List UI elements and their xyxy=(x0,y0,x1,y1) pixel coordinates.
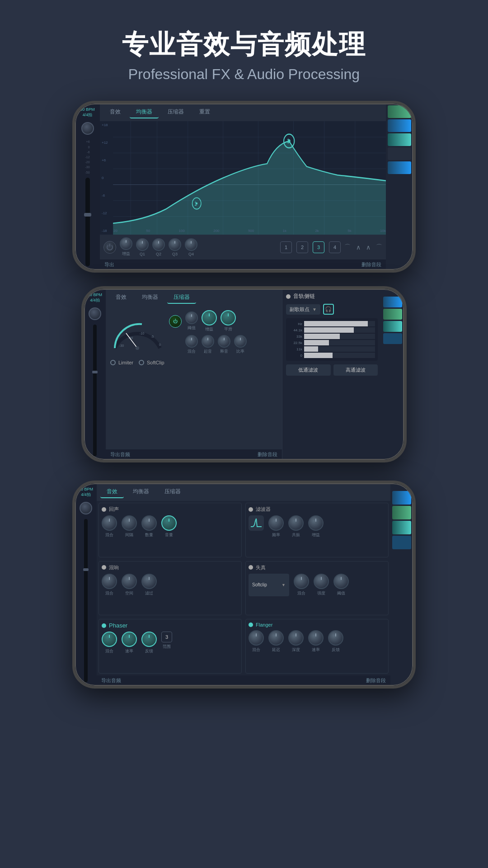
mix-knob[interactable] xyxy=(185,335,198,348)
band-btn-2[interactable]: 2 xyxy=(296,241,308,253)
power-knob-1[interactable] xyxy=(81,122,94,135)
smooth-knob[interactable] xyxy=(221,310,236,326)
attack-knob[interactable] xyxy=(202,335,214,348)
tab-compressor-2[interactable]: 压缩器 xyxy=(167,292,196,304)
phaser-badge[interactable]: 3 xyxy=(161,632,172,642)
tab-eq-3[interactable]: 均衡器 xyxy=(127,486,155,498)
tab-compressor-1[interactable]: 压缩器 xyxy=(161,106,190,118)
tab-eq-1[interactable]: 均衡器 xyxy=(130,106,159,118)
svg-text:3: 3 xyxy=(287,138,290,145)
band-btn-3[interactable]: 3 xyxy=(313,241,324,253)
q1-knob[interactable] xyxy=(136,238,149,251)
phaser-feedback-knob[interactable] xyxy=(141,632,157,647)
track-2-1[interactable] xyxy=(383,297,402,307)
track-3-4[interactable] xyxy=(392,536,411,549)
softclip-option[interactable]: SoftClip xyxy=(139,360,164,365)
band-btn-1[interactable]: 1 xyxy=(280,241,292,253)
sidechain-select[interactable]: 副歌鼓点 ▼ xyxy=(286,304,320,315)
dist-thresh-knob[interactable] xyxy=(333,574,349,589)
left-panel-3: 90 BPM 4/4拍 xyxy=(75,483,97,686)
limiter-row: Limiter SoftClip xyxy=(106,358,282,367)
delete-label-1[interactable]: 删除音段 xyxy=(361,261,381,268)
flanger-mix-knob[interactable] xyxy=(249,630,264,646)
track-3-1[interactable] xyxy=(392,491,411,505)
tab-effects-1[interactable]: 音效 xyxy=(103,106,127,118)
band-btn-4[interactable]: 4 xyxy=(329,241,341,253)
ratio-label: 比率 xyxy=(236,349,244,354)
reverb-space-knob[interactable] xyxy=(122,515,137,531)
limiter-radio[interactable] xyxy=(110,360,116,365)
tab-compressor-3[interactable]: 压缩器 xyxy=(158,486,187,498)
flanger-delay-knob[interactable] xyxy=(268,630,284,646)
filter-res-knob[interactable] xyxy=(288,515,304,531)
power-knob-3[interactable] xyxy=(80,502,92,514)
dist-mix-knob[interactable] xyxy=(294,574,309,589)
fader-1[interactable] xyxy=(85,178,90,266)
gain-knob-2[interactable] xyxy=(202,310,217,326)
track-2[interactable] xyxy=(388,119,411,132)
reverb-vol-knob[interactable] xyxy=(161,515,177,531)
tab-eq-2[interactable]: 均衡器 xyxy=(136,292,164,304)
threshold-knob[interactable] xyxy=(185,311,198,324)
freq-bar-225k xyxy=(304,340,375,345)
reverb-mix-label: 混合 xyxy=(105,532,113,538)
sidechain-header: 音轨侧链 xyxy=(286,292,378,300)
reverb-space-group: 间隔 xyxy=(122,515,137,538)
phaser-mix-knob[interactable] xyxy=(102,632,117,647)
q3-knob[interactable] xyxy=(169,238,181,251)
freq-label-44k: 44.1k xyxy=(289,328,302,332)
tab-effects-2[interactable]: 音效 xyxy=(109,292,133,304)
distortion-select[interactable]: Softclip ▼ xyxy=(249,574,289,596)
reverb-size-group: 数量 xyxy=(141,515,157,538)
flanger-depth-knob[interactable] xyxy=(288,630,304,646)
freq-bar-hz xyxy=(304,321,375,326)
filter-shape xyxy=(249,515,264,531)
fader-3[interactable] xyxy=(84,519,88,682)
tab-reset-1[interactable]: 重置 xyxy=(193,106,216,118)
power-button-1[interactable] xyxy=(103,241,116,254)
softclip-radio[interactable] xyxy=(139,360,144,365)
filter-gain-knob[interactable] xyxy=(308,515,324,531)
track-4[interactable] xyxy=(388,147,411,160)
ratio-knob[interactable] xyxy=(234,335,247,348)
flanger-depth-group: 深度 xyxy=(288,630,304,653)
eq-chart[interactable]: +18+12+60-6-12-18 xyxy=(100,121,386,235)
export-label-2[interactable]: 导出音频 xyxy=(110,451,130,458)
tab-effects-3[interactable]: 音效 xyxy=(100,486,124,498)
fader-2[interactable] xyxy=(93,325,97,456)
release-knob[interactable] xyxy=(218,335,230,348)
chorus-filter-knob[interactable] xyxy=(141,574,157,589)
headphone-icon[interactable]: 🎧 xyxy=(323,304,334,315)
track-2-4[interactable] xyxy=(383,333,402,344)
flanger-rate-knob[interactable] xyxy=(308,630,324,646)
track-3[interactable] xyxy=(388,133,411,146)
dist-drive-knob[interactable] xyxy=(314,574,329,589)
chorus-space-knob[interactable] xyxy=(122,574,137,589)
highpass-btn[interactable]: 高通滤波 xyxy=(333,364,378,376)
db-scale: +60-6-12-20-30-50 xyxy=(85,139,89,175)
delete-label-2[interactable]: 删除音段 xyxy=(258,451,277,458)
filter-freq-knob[interactable] xyxy=(268,515,284,531)
reverb-mix-knob[interactable] xyxy=(102,515,117,531)
export-label-3[interactable]: 导出音频 xyxy=(101,677,121,684)
export-label-1[interactable]: 导出 xyxy=(104,261,114,268)
track-5[interactable] xyxy=(388,161,411,174)
track-3-3[interactable] xyxy=(392,521,411,534)
phaser-rate-knob[interactable] xyxy=(122,632,137,647)
track-2-3[interactable] xyxy=(383,321,402,332)
limiter-option[interactable]: Limiter xyxy=(110,360,133,365)
gain-knob[interactable] xyxy=(120,237,132,250)
delete-label-3[interactable]: 删除音段 xyxy=(366,677,386,684)
distortion-preset: Softclip xyxy=(252,582,280,587)
track-3-2[interactable] xyxy=(392,506,411,519)
q4-knob[interactable] xyxy=(185,238,197,251)
reverb-size-knob[interactable] xyxy=(141,515,157,531)
chorus-mix-knob[interactable] xyxy=(102,574,117,589)
track-2-2[interactable] xyxy=(383,309,402,320)
power-knob-2[interactable] xyxy=(89,307,101,320)
lowpass-btn[interactable]: 低通滤波 xyxy=(286,364,331,376)
flanger-feedback-knob[interactable] xyxy=(328,630,343,646)
track-1[interactable] xyxy=(388,105,411,118)
comp-power-btn[interactable]: ⏻ xyxy=(169,315,182,328)
q2-knob[interactable] xyxy=(152,238,165,251)
